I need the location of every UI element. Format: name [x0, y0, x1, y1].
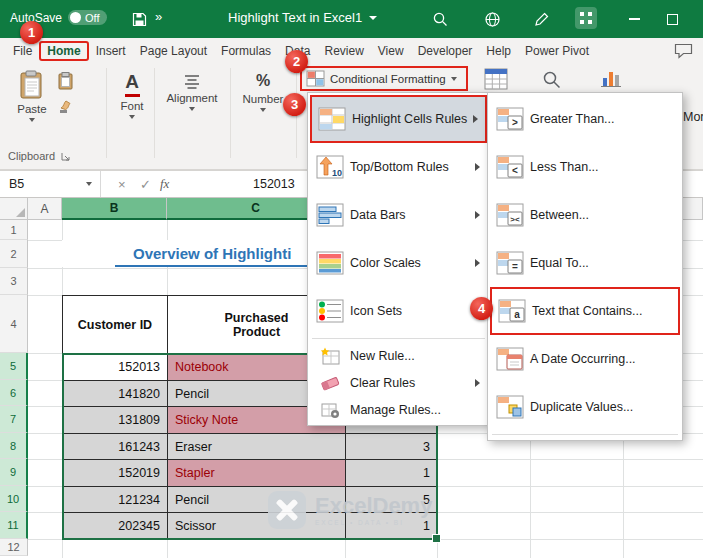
cell-C8[interactable]: Eraser — [167, 433, 346, 460]
minimize-icon[interactable] — [622, 9, 646, 29]
row-header-1[interactable]: 1 — [0, 220, 28, 240]
row-header-2[interactable]: 2 — [0, 240, 28, 268]
tab-review[interactable]: Review — [317, 41, 370, 61]
addin-grid-icon[interactable] — [574, 8, 598, 28]
cell-D8[interactable]: 3 — [345, 433, 438, 460]
globe-icon[interactable] — [480, 9, 504, 29]
menu-item-data-bars[interactable]: Data Bars — [310, 191, 487, 239]
excel-window: AutoSave Off » Highlight Text in Excel1 — [0, 0, 703, 558]
menu-item-highlight-cells-rules[interactable]: Highlight Cells Rules — [310, 95, 487, 143]
submenu-item-label: More Rules... — [683, 110, 703, 124]
cell-B7[interactable]: 131809 — [62, 406, 168, 434]
menu-item-top-bottom-rules[interactable]: 10 Top/Bottom Rules — [310, 143, 487, 191]
submenu-item-text-that-contains[interactable]: a Text that Contains... — [490, 287, 680, 335]
tab-help[interactable]: Help — [479, 41, 518, 61]
cell-D9[interactable]: 1 — [345, 459, 438, 487]
tab-view[interactable]: View — [371, 41, 411, 61]
alignment-group-button[interactable]: Alignment — [158, 74, 226, 111]
cell-C11[interactable]: Scissor — [167, 512, 346, 540]
duplicate-values-icon — [490, 395, 530, 419]
window-title[interactable]: Highlight Text in Excel1 — [228, 10, 377, 25]
tab-formulas[interactable]: Formulas — [214, 41, 278, 61]
conditional-formatting-icon — [306, 70, 325, 87]
select-all-corner[interactable] — [0, 198, 28, 220]
cell-C10[interactable]: Pencil — [167, 486, 346, 513]
menu-item-new-rule[interactable]: New Rule... — [310, 342, 487, 369]
cell-B9[interactable]: 152019 — [62, 459, 168, 487]
equal-to-icon: = — [490, 251, 530, 275]
submenu-item-a-date-occurring[interactable]: A Date Occurring... — [490, 335, 680, 383]
clipboard-group-text: Clipboard — [8, 150, 55, 162]
format-as-table-icon[interactable] — [484, 68, 508, 94]
new-rule-icon — [310, 347, 350, 365]
row-header-9[interactable]: 9 — [0, 459, 28, 486]
paste-button[interactable]: Paste — [10, 70, 54, 122]
svg-text:=: = — [512, 261, 518, 272]
submenu-item-more-rules[interactable]: More Rules... — [643, 102, 703, 132]
quick-access-more-icon[interactable]: » — [155, 9, 162, 24]
row-header-4[interactable]: 4 — [0, 295, 28, 353]
submenu-item-between[interactable]: >< Between... — [490, 191, 680, 239]
cell-B11[interactable]: 202345 — [62, 512, 168, 540]
submenu-item-duplicate-values[interactable]: Duplicate Values... — [490, 383, 680, 431]
menu-item-icon-sets[interactable]: Icon Sets — [310, 287, 487, 335]
dialog-launcher-icon[interactable] — [61, 152, 70, 161]
submenu-item-less-than[interactable]: < Less Than... — [490, 143, 680, 191]
column-header-b[interactable]: B — [62, 198, 167, 220]
paste-special-icon[interactable] — [58, 72, 74, 94]
tab-file[interactable]: File — [6, 41, 39, 61]
clear-rules-icon — [310, 374, 350, 392]
submenu-arrow-icon — [475, 379, 480, 387]
submenu-item-equal-to[interactable]: = Equal To... — [490, 239, 680, 287]
search-icon[interactable] — [428, 9, 452, 29]
fill-handle[interactable] — [432, 534, 441, 543]
comments-icon[interactable] — [674, 43, 693, 63]
enter-icon[interactable]: ✓ — [140, 171, 151, 197]
cell-B10[interactable]: 121234 — [62, 486, 168, 513]
row-header-10[interactable]: 10 — [0, 486, 28, 512]
cell-D11[interactable]: 1 — [345, 512, 438, 540]
format-painter-icon[interactable] — [58, 98, 74, 118]
tab-home[interactable]: Home — [39, 41, 88, 61]
conditional-formatting-button[interactable]: Conditional Formatting — [300, 66, 468, 91]
row-header-8[interactable]: 8 — [0, 433, 28, 459]
row-header-5[interactable]: 5 — [0, 353, 28, 380]
tab-power-pivot[interactable]: Power Pivot — [518, 41, 596, 61]
cancel-icon[interactable]: × — [118, 171, 126, 197]
ribbon-tab-bar: File Home Insert Page Layout Formulas Da… — [0, 38, 703, 64]
cell-D10[interactable]: 5 — [345, 486, 438, 513]
menu-separator — [312, 338, 485, 339]
menu-item-color-scales[interactable]: Color Scales — [310, 239, 487, 287]
chart-icon[interactable] — [600, 68, 622, 92]
formula-input[interactable]: 152013 — [253, 171, 295, 197]
header-cell-customer-id[interactable]: Customer ID — [62, 295, 168, 354]
save-icon[interactable] — [127, 9, 151, 29]
column-header-a[interactable]: A — [28, 198, 62, 220]
tab-developer[interactable]: Developer — [411, 41, 480, 61]
row-header-6[interactable]: 6 — [0, 380, 28, 406]
cell-C9[interactable]: Stapler — [167, 459, 346, 487]
insert-function-icon[interactable]: fx — [160, 171, 169, 197]
find-icon[interactable] — [542, 70, 562, 94]
menu-item-clear-rules[interactable]: Clear Rules — [310, 369, 487, 396]
menu-item-label: Data Bars — [350, 208, 475, 222]
pen-icon[interactable] — [530, 9, 554, 29]
row-header-11[interactable]: 11 — [0, 512, 28, 539]
cell-B5-active[interactable]: 152013 — [62, 353, 168, 381]
font-group-button[interactable]: A Font — [112, 72, 152, 119]
tab-page-layout[interactable]: Page Layout — [133, 41, 214, 61]
font-group-label: Font — [120, 100, 143, 112]
cell-B8[interactable]: 161243 — [62, 433, 168, 460]
alignment-icon — [182, 74, 202, 89]
autosave-toggle[interactable]: Off — [68, 10, 106, 25]
name-box[interactable]: B5 — [0, 171, 101, 197]
color-scales-icon — [310, 251, 350, 275]
menu-item-manage-rules[interactable]: Manage Rules... — [310, 396, 487, 423]
row-header-7[interactable]: 7 — [0, 406, 28, 433]
row-header-3[interactable]: 3 — [0, 268, 28, 295]
row-header-12[interactable]: 12 — [0, 539, 28, 556]
menu-item-label: Manage Rules... — [350, 403, 487, 417]
cell-B6[interactable]: 141820 — [62, 380, 168, 407]
restore-icon[interactable] — [660, 9, 684, 29]
tab-insert[interactable]: Insert — [89, 41, 133, 61]
